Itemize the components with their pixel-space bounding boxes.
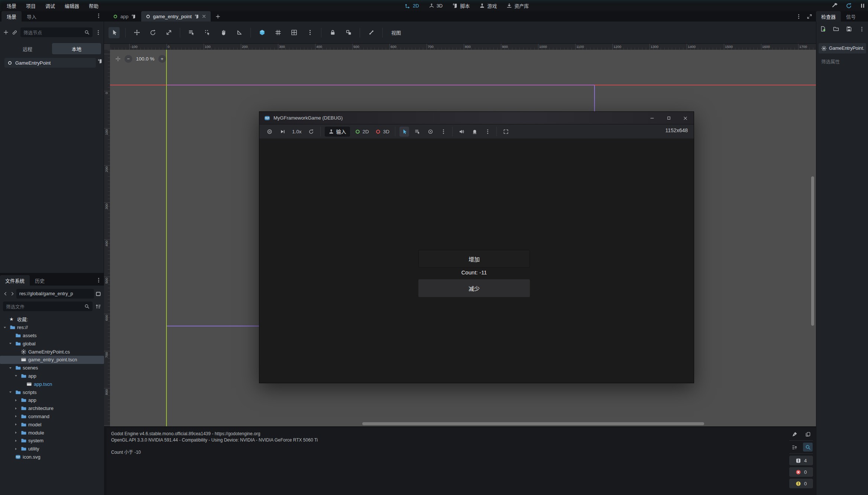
warnings-count-badge[interactable]: 0 <box>789 479 813 488</box>
close-tab-icon[interactable] <box>202 14 206 19</box>
fs-item[interactable]: system <box>0 437 104 445</box>
script-icon[interactable] <box>194 14 199 19</box>
workspace-script[interactable]: 脚本 <box>452 2 470 9</box>
expand-arrow-icon[interactable] <box>13 438 19 443</box>
script-icon[interactable] <box>97 59 103 64</box>
fs-item[interactable]: command <box>0 413 104 421</box>
group-node-button[interactable] <box>343 27 354 38</box>
reset-button[interactable] <box>307 127 316 137</box>
scene-filter-input[interactable]: 筛选节点 <box>20 27 93 37</box>
snap-options-menu[interactable] <box>304 27 315 38</box>
local-tab[interactable]: 本地 <box>52 43 101 54</box>
speed-select[interactable]: 1.0x <box>291 127 303 137</box>
fs-item[interactable]: global <box>0 339 104 348</box>
embed-game-button[interactable] <box>470 127 479 137</box>
inspector-tab-检查器[interactable]: 检查器 <box>816 11 841 22</box>
scene-tab-game_entry_point[interactable]: game_entry_point <box>141 11 211 22</box>
scene-tree-menu-icon[interactable] <box>95 30 101 35</box>
filesystem-tab-文件系统[interactable]: 文件系统 <box>0 275 30 286</box>
view-menu[interactable]: 视图 <box>388 29 404 36</box>
fs-item[interactable]: res:// <box>0 323 104 332</box>
snap-mode-tool[interactable] <box>202 27 213 38</box>
history-back-icon[interactable] <box>3 291 8 296</box>
script-icon[interactable] <box>131 14 136 19</box>
expand-arrow-icon[interactable] <box>13 406 19 411</box>
filesystem-tab-历史[interactable]: 历史 <box>30 275 50 286</box>
expand-arrow-icon[interactable] <box>13 422 19 427</box>
scene-dock-tab-导入[interactable]: 导入 <box>22 11 42 22</box>
pan-tool[interactable] <box>218 27 229 38</box>
remote-tab[interactable]: 远程 <box>3 43 52 54</box>
workspace-axis-3d[interactable]: 3D <box>429 3 443 9</box>
select-tool[interactable] <box>108 27 120 38</box>
suspend-button[interactable] <box>265 127 274 137</box>
load-resource-icon[interactable] <box>833 26 839 32</box>
fs-item[interactable]: architecture <box>0 404 104 413</box>
property-filter-input[interactable]: 筛选属性 <box>819 56 866 66</box>
current-path-field[interactable]: res://global/game_entry_p <box>16 289 94 299</box>
fs-item[interactable]: scripts <box>0 388 104 396</box>
collapse-arrow-icon[interactable] <box>8 390 13 395</box>
menu-item-3[interactable]: 编辑器 <box>61 1 83 10</box>
game-select-tool[interactable] <box>399 127 409 137</box>
zoom-level[interactable]: 100.0 % <box>136 56 155 62</box>
workspace-axis-2d[interactable]: 2D <box>405 3 419 9</box>
center-view-icon[interactable] <box>115 56 121 62</box>
ruler-tool[interactable] <box>234 27 245 38</box>
increase-button[interactable]: 增加 <box>418 250 530 268</box>
grid-snap-toggle[interactable] <box>272 27 284 38</box>
filesystem-menu-icon[interactable] <box>96 277 101 283</box>
collapse-arrow-icon[interactable] <box>13 373 19 378</box>
menu-item-2[interactable]: 调试 <box>42 1 59 10</box>
game-options-menu[interactable] <box>483 127 492 137</box>
decrease-button[interactable]: 减少 <box>418 279 530 297</box>
move-tool[interactable] <box>131 27 142 38</box>
sort-files-icon[interactable] <box>95 304 101 309</box>
menu-item-0[interactable]: 场景 <box>3 1 20 10</box>
edited-object-row[interactable]: GameEntryPoint. <box>819 43 866 53</box>
scene-tab-app[interactable]: app <box>108 11 140 22</box>
fs-item[interactable]: game_entry_point.tscn <box>0 356 104 364</box>
fs-item[interactable]: ★收藏: <box>0 315 104 323</box>
messages-count-badge[interactable]: 4 <box>789 456 813 465</box>
scene-dock-tab-场景[interactable]: 场景 <box>1 11 22 22</box>
build-hammer-button[interactable] <box>832 3 838 9</box>
collapse-arrow-icon[interactable] <box>8 341 13 346</box>
game-list-select[interactable] <box>412 127 422 137</box>
fs-item[interactable]: app <box>0 396 104 404</box>
scene-tree-root-node[interactable]: GameEntryPoint <box>4 58 96 68</box>
new-resource-icon[interactable] <box>820 26 826 32</box>
close-button[interactable] <box>677 112 694 124</box>
scale-tool[interactable] <box>163 27 174 38</box>
pause-button[interactable] <box>859 3 866 9</box>
rotate-tool[interactable] <box>147 27 158 38</box>
split-view-icon[interactable] <box>95 291 101 297</box>
zoom-in-button[interactable]: + <box>158 55 166 63</box>
fs-item[interactable]: model <box>0 420 104 429</box>
zoom-out-button[interactable]: − <box>124 55 132 63</box>
expand-arrow-icon[interactable] <box>13 398 19 403</box>
workspace-joystick[interactable]: 游戏 <box>479 2 497 9</box>
new-scene-tab-icon[interactable] <box>215 14 221 19</box>
reload-project-button[interactable] <box>846 3 852 9</box>
menu-item-1[interactable]: 项目 <box>22 1 39 10</box>
menu-item-4[interactable]: 帮助 <box>85 1 102 10</box>
next-frame-button[interactable] <box>278 127 287 137</box>
camera-options-menu[interactable] <box>438 127 448 137</box>
collapse-arrow-icon[interactable] <box>2 325 7 330</box>
history-forward-icon[interactable] <box>10 291 15 296</box>
fs-item[interactable]: module <box>0 429 104 437</box>
search-output-icon[interactable] <box>803 443 813 452</box>
maximize-button[interactable] <box>660 112 677 124</box>
errors-count-badge[interactable]: 0 <box>789 467 813 477</box>
fs-item[interactable]: scenes <box>0 364 104 372</box>
fs-item[interactable]: GameEntryPoint.cs <box>0 348 104 356</box>
smart-snap-toggle[interactable] <box>256 27 268 38</box>
horizontal-scrollbar[interactable] <box>362 422 704 425</box>
copy-output-icon[interactable] <box>803 430 813 439</box>
camera-2d-button[interactable]: 2D <box>353 127 370 137</box>
file-filter-input[interactable]: 筛选文件 <box>3 302 93 311</box>
mute-button[interactable] <box>457 127 466 137</box>
expand-arrow-icon[interactable] <box>13 446 19 452</box>
game-window-titlebar[interactable]: MyGFrameworkGame (DEBUG) <box>259 112 694 124</box>
